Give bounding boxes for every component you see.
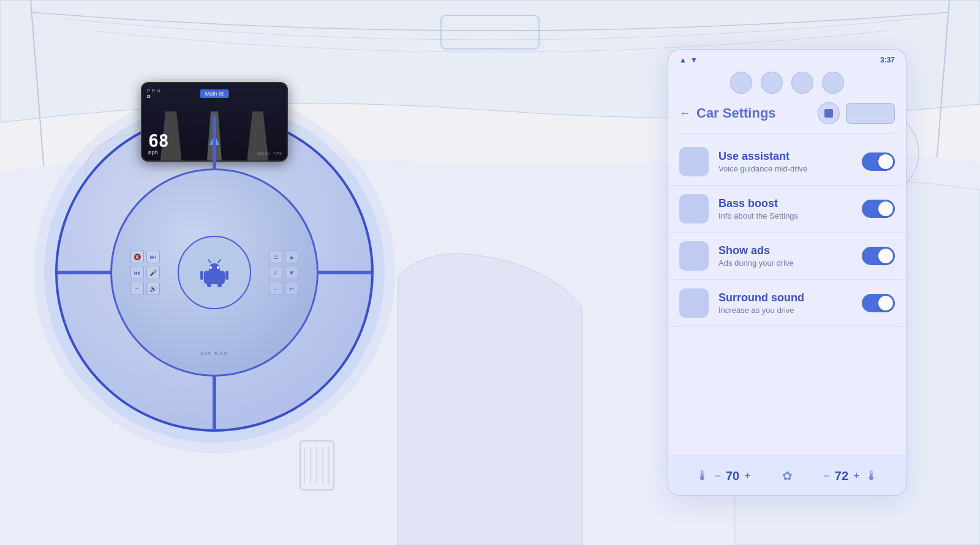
fan-icon: ✿ xyxy=(782,468,793,483)
svg-rect-18 xyxy=(225,271,228,280)
climate-bar: 🌡 − 70 + ✿ − 72 + 🌡 xyxy=(668,456,906,495)
speed-display: 68 mph xyxy=(148,133,169,156)
sw-btn-check[interactable]: ✓ xyxy=(269,266,282,279)
svg-line-15 xyxy=(208,260,211,263)
setting-icon-surround-sound xyxy=(679,288,709,318)
setting-title-surround-sound: Surround sound xyxy=(718,291,852,304)
climate-left-plus[interactable]: + xyxy=(744,470,751,483)
stop-icon xyxy=(824,109,833,118)
setting-title-show-ads: Show ads xyxy=(718,244,852,257)
toggle-thumb-use-assistant xyxy=(878,154,893,169)
time-display: 3:37 xyxy=(880,56,895,64)
setting-text-surround-sound: Surround sound Increase as you drive xyxy=(718,291,852,315)
nav-dot-4[interactable] xyxy=(822,72,844,94)
signal-icon: ▲ xyxy=(679,56,687,64)
sw-btn-up[interactable]: ▲ xyxy=(285,250,298,263)
setting-subtitle-use-assistant: Voice guidance mid-drive xyxy=(718,164,852,173)
climate-right-plus[interactable]: + xyxy=(853,470,860,483)
svg-point-13 xyxy=(209,266,212,269)
car-settings-panel: ▲ ▼ 3:37 ← Car Settings Use assistan xyxy=(668,49,907,496)
setting-item-show-ads: Show ads Ads during your drive xyxy=(668,233,906,280)
climate-right-minus[interactable]: − xyxy=(823,470,830,483)
sw-btn-menu[interactable]: ☰ xyxy=(269,250,282,263)
sw-btn-mic[interactable]: 🎤 xyxy=(146,266,160,279)
spoke-top xyxy=(213,115,216,170)
toggle-bass-boost[interactable] xyxy=(862,200,895,218)
setting-title-bass-boost: Bass boost xyxy=(718,197,852,210)
toggle-thumb-bass-boost xyxy=(878,201,893,216)
sw-btn-sound[interactable]: 🔊 xyxy=(146,282,160,295)
setting-subtitle-show-ads: Ads during your drive xyxy=(718,258,852,268)
spoke-right xyxy=(317,271,372,274)
setting-item-bass-boost: Bass boost Info about the Settings xyxy=(668,186,906,233)
setting-text-show-ads: Show ads Ads during your drive xyxy=(718,244,852,268)
sw-buttons-left: 🔇 ⏭ ⏮ 🎤 − 🔊 xyxy=(130,250,160,295)
setting-item-surround-sound: Surround sound Increase as you drive xyxy=(668,280,906,327)
ace-logo: ace xyxy=(207,277,222,283)
setting-icon-bass-boost xyxy=(679,194,709,224)
toggle-thumb-show-ads xyxy=(878,249,893,263)
wifi-icon: ▼ xyxy=(690,56,698,64)
header-right xyxy=(818,102,895,124)
svg-rect-20 xyxy=(217,282,222,287)
sw-buttons-right: ☰ ▲ ✓ ▼ ← ↩ xyxy=(269,250,298,295)
climate-zone-left: 🌡 − 70 + xyxy=(696,468,750,484)
sw-btn-mute[interactable]: 🔇 xyxy=(130,250,144,263)
sw-btn-minus[interactable]: − xyxy=(130,282,144,295)
map-info: 243 mi 77% xyxy=(257,151,282,156)
toggle-show-ads[interactable] xyxy=(862,247,895,265)
climate-zone-right: − 72 + 🌡 xyxy=(823,468,878,484)
setting-subtitle-surround-sound: Increase as you drive xyxy=(718,306,852,315)
sw-btn-down[interactable]: ▼ xyxy=(285,266,298,279)
gear-indicator: P R ND xyxy=(147,88,160,99)
header-left: ← Car Settings xyxy=(679,105,776,121)
settings-list: Use assistant Voice guidance mid-drive B… xyxy=(668,133,906,332)
spoke-left xyxy=(57,271,112,274)
steering-wheel-outer: P R ND Main St 68 mph xyxy=(55,113,374,432)
seat-heat-left-icon: 🌡 xyxy=(696,468,709,484)
toggle-thumb-surround-sound xyxy=(878,296,893,310)
back-button[interactable]: ← xyxy=(679,107,690,120)
toggle-surround-sound[interactable] xyxy=(862,294,895,312)
svg-rect-17 xyxy=(200,271,203,280)
nav-dots xyxy=(668,68,906,97)
sw-btn-prev[interactable]: ⏮ xyxy=(130,266,144,279)
nav-dot-1[interactable] xyxy=(730,72,752,94)
nav-dot-3[interactable] xyxy=(791,72,813,94)
status-icons-left: ▲ ▼ xyxy=(679,56,698,64)
steering-hub xyxy=(178,236,251,309)
svg-rect-19 xyxy=(207,282,211,287)
app-header: ← Car Settings xyxy=(668,97,906,133)
app-title: Car Settings xyxy=(696,105,776,121)
climate-left-minus[interactable]: − xyxy=(714,470,721,483)
toggle-use-assistant[interactable] xyxy=(862,152,895,171)
climate-right-temp: 72 xyxy=(835,469,848,483)
status-bar: ▲ ▼ 3:37 xyxy=(668,50,906,68)
setting-icon-show-ads xyxy=(679,241,709,271)
setting-item-use-assistant: Use assistant Voice guidance mid-drive xyxy=(668,138,906,186)
airbag-text: AIR BAG xyxy=(200,351,228,356)
svg-point-14 xyxy=(217,266,219,269)
steering-wheel-area: P R ND Main St 68 mph xyxy=(37,49,392,496)
setting-text-bass-boost: Bass boost Info about the Settings xyxy=(718,197,852,220)
spoke-bottom xyxy=(213,375,216,430)
seat-heat-right-icon: 🌡 xyxy=(865,468,878,484)
sw-btn-arrow[interactable]: ↩ xyxy=(285,282,298,295)
climate-left-temp: 70 xyxy=(726,469,739,483)
sw-btn-back[interactable]: ← xyxy=(269,282,282,295)
android-logo xyxy=(199,257,230,288)
setting-title-use-assistant: Use assistant xyxy=(718,150,852,163)
street-name: Main St xyxy=(200,89,229,98)
setting-icon-use-assistant xyxy=(679,147,709,176)
svg-line-16 xyxy=(218,260,221,263)
stop-button[interactable] xyxy=(818,102,840,124)
steering-wheel-inner: 🔇 ⏭ ⏮ 🎤 − 🔊 ☰ ▲ ✓ ▼ ← ↩ xyxy=(110,168,318,377)
nav-dot-2[interactable] xyxy=(761,72,783,94)
action-button[interactable] xyxy=(846,103,895,124)
setting-text-use-assistant: Use assistant Voice guidance mid-drive xyxy=(718,150,852,173)
climate-fan-zone: ✿ xyxy=(782,468,793,483)
setting-subtitle-bass-boost: Info about the Settings xyxy=(718,211,852,220)
sw-btn-next[interactable]: ⏭ xyxy=(146,250,160,263)
